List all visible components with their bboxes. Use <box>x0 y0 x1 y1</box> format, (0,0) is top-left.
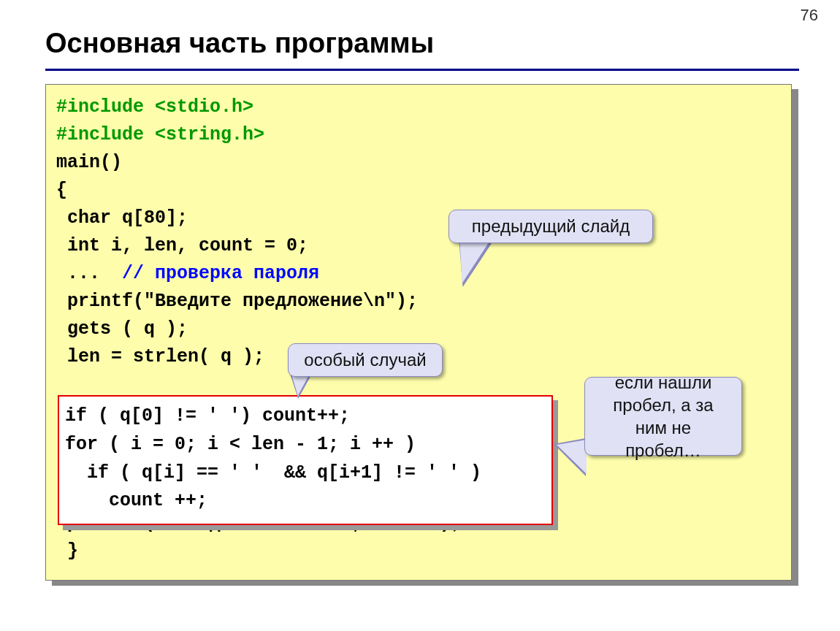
code-line: len = strlen( q ); <box>56 346 264 367</box>
code-line: main() <box>56 152 122 173</box>
code-line: ... <box>56 263 122 284</box>
highlight-box: if ( q[0] != ' ') count++; for ( i = 0; … <box>58 395 553 525</box>
code-line: printf("Введите предложение\n"); <box>56 291 418 312</box>
code-line: for ( i = 0; i < len - 1; i ++ ) <box>65 434 416 455</box>
callout-special-case: особый случай <box>288 343 443 377</box>
code-line: } <box>56 540 78 562</box>
callout-prev-slide: предыдущий слайд <box>448 210 653 243</box>
code-line: if ( q[0] != ' ') count++; <box>65 405 350 427</box>
code-line: int i, len, count = 0; <box>56 235 308 256</box>
code-line: #include <string.h> <box>56 124 264 145</box>
slide-title: Основная часть программы <box>45 28 434 59</box>
callout-found-space: если нашли пробел, а за ним не пробел… <box>584 377 742 456</box>
code-line: count ++; <box>65 490 207 511</box>
code-line: #include <stdio.h> <box>56 96 253 118</box>
code-line: char q[80]; <box>56 207 188 229</box>
code-line: { <box>56 180 67 201</box>
callout-tail <box>557 440 587 474</box>
page-number: 76 <box>801 6 818 25</box>
title-rule <box>45 69 799 71</box>
code-line: gets ( q ); <box>56 318 188 340</box>
code-comment: // проверка пароля <box>122 263 319 284</box>
code-line: if ( q[i] == ' ' && q[i+1] != ' ' ) <box>65 462 481 483</box>
slide: 76 Основная часть программы #include <st… <box>0 0 840 631</box>
